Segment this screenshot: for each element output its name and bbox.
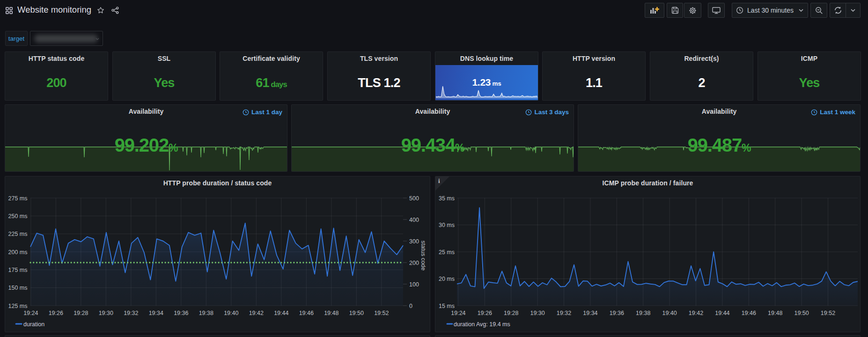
svg-text:19:30: 19:30	[530, 310, 544, 316]
svg-text:19:34: 19:34	[149, 310, 163, 316]
svg-text:275 ms: 275 ms	[8, 195, 28, 202]
svg-text:19:26: 19:26	[478, 310, 492, 316]
svg-text:19:28: 19:28	[504, 310, 518, 316]
svg-text:19:38: 19:38	[199, 310, 213, 316]
svg-text:0: 0	[409, 303, 412, 309]
svg-text:19:32: 19:32	[124, 310, 138, 316]
svg-text:19:32: 19:32	[557, 310, 571, 316]
svg-text:19:42: 19:42	[689, 310, 703, 316]
svg-text:19:36: 19:36	[610, 310, 624, 316]
svg-text:15 ms: 15 ms	[439, 303, 455, 309]
svg-text:100: 100	[409, 281, 419, 288]
svg-text:35 ms: 35 ms	[439, 195, 455, 202]
svg-text:19:46: 19:46	[299, 310, 314, 316]
svg-text:175 ms: 175 ms	[8, 267, 28, 273]
svg-text:19:50: 19:50	[349, 310, 364, 316]
svg-text:200: 200	[409, 260, 419, 266]
svg-text:19:40: 19:40	[224, 310, 238, 316]
svg-text:30 ms: 30 ms	[439, 222, 455, 228]
svg-text:duration: duration	[23, 321, 44, 328]
svg-text:19:48: 19:48	[768, 310, 782, 316]
svg-text:19:50: 19:50	[794, 310, 809, 316]
svg-text:250 ms: 250 ms	[8, 213, 28, 220]
svg-text:125 ms: 125 ms	[8, 303, 28, 309]
svg-text:19:44: 19:44	[715, 310, 729, 316]
svg-text:19:24: 19:24	[451, 310, 465, 316]
svg-text:19:52: 19:52	[374, 310, 389, 316]
svg-text:20 ms: 20 ms	[439, 276, 455, 282]
svg-text:19:46: 19:46	[742, 310, 756, 316]
svg-text:status code: status code	[420, 241, 427, 271]
svg-text:Avg: 19.4 ms: Avg: 19.4 ms	[476, 321, 510, 328]
svg-text:19:48: 19:48	[324, 310, 338, 316]
svg-text:150 ms: 150 ms	[8, 285, 28, 291]
svg-text:19:42: 19:42	[249, 310, 264, 316]
svg-text:19:44: 19:44	[274, 310, 288, 316]
svg-text:19:28: 19:28	[74, 310, 88, 316]
svg-text:500: 500	[409, 195, 419, 202]
svg-text:19:36: 19:36	[174, 310, 188, 316]
svg-text:25 ms: 25 ms	[439, 249, 455, 256]
svg-text:19:34: 19:34	[583, 310, 597, 316]
svg-text:duration: duration	[454, 321, 475, 328]
svg-text:400: 400	[409, 217, 419, 223]
svg-text:300: 300	[409, 238, 419, 245]
svg-text:19:26: 19:26	[49, 310, 63, 316]
svg-text:19:52: 19:52	[821, 310, 835, 316]
svg-text:225 ms: 225 ms	[8, 231, 28, 237]
svg-text:19:38: 19:38	[636, 310, 650, 316]
svg-text:200 ms: 200 ms	[8, 249, 28, 256]
svg-text:19:30: 19:30	[99, 310, 113, 316]
svg-text:19:24: 19:24	[23, 310, 38, 316]
svg-text:19:40: 19:40	[662, 310, 677, 316]
